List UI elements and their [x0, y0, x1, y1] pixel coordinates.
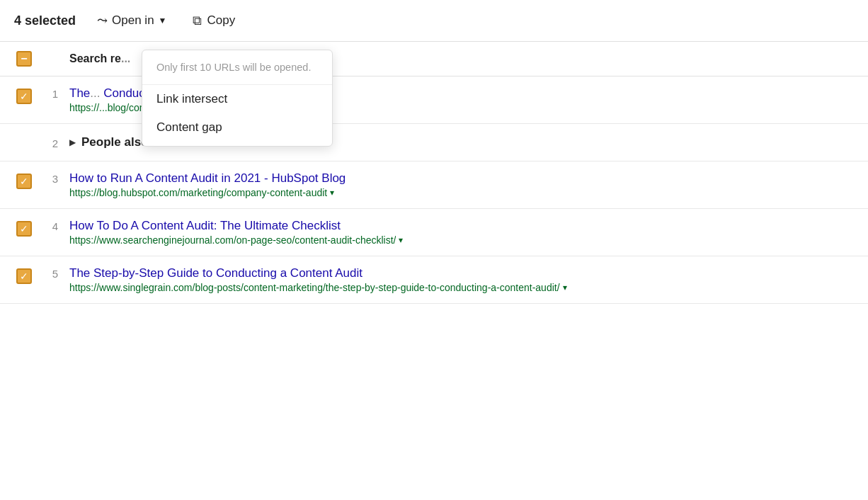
checkmark-icon: ✓ [16, 268, 32, 284]
row-number-2: 2 [41, 136, 69, 149]
content-gap-item[interactable]: Content gap [142, 113, 332, 142]
url-chevron-icon[interactable]: ▾ [330, 188, 334, 198]
result-3-content: How to Run A Content Audit in 2021 - Hub… [69, 171, 854, 198]
table-row: ✓ 4 How To Do A Content Audit: The Ultim… [0, 209, 868, 256]
header-label: Search re... [69, 52, 130, 65]
open-in-button[interactable]: ⤳ Open in ▼ [93, 10, 171, 31]
result-4-title[interactable]: How To Do A Content Audit: The Ultimate … [69, 219, 854, 233]
row-number-3: 3 [41, 171, 69, 185]
url-chevron-icon[interactable]: ▾ [563, 283, 567, 292]
header-checkbox[interactable]: − [14, 49, 34, 69]
minus-icon: − [16, 51, 32, 67]
result-5-content: The Step-by-Step Guide to Conducting a C… [69, 266, 854, 293]
copy-icon: ⧉ [193, 13, 202, 28]
row-number-5: 5 [41, 266, 69, 280]
result-3-title[interactable]: How to Run A Content Audit in 2021 - Hub… [69, 171, 854, 186]
result-5-url: https://www.singlegrain.com/blog-posts/c… [69, 282, 560, 293]
toolbar: 4 selected ⤳ Open in ▼ ⧉ Copy Only first… [0, 0, 868, 42]
result-4-content: How To Do A Content Audit: The Ultimate … [69, 219, 854, 246]
table-header-row: − Search re... [0, 42, 868, 76]
row-number-4: 4 [41, 219, 69, 232]
table-row: ✓ 1 The... Conducting a Content Audit in… [0, 76, 868, 124]
row-3-checkbox[interactable]: ✓ [14, 171, 34, 191]
checkmark-icon: ✓ [16, 89, 32, 104]
copy-button[interactable]: ⧉ Copy [188, 11, 240, 31]
result-3-url-row: https://blog.hubspot.com/marketing/compa… [69, 187, 854, 198]
link-intersect-item[interactable]: Link intersect [142, 85, 332, 113]
selected-count: 4 selected [14, 13, 76, 28]
url-chevron-icon[interactable]: ▾ [399, 235, 403, 245]
people-also-ask-row: 2 ▶ People also ask [0, 124, 868, 161]
row-5-checkbox[interactable]: ✓ [14, 266, 34, 286]
result-5-url-row: https://www.singlegrain.com/blog-posts/c… [69, 282, 854, 293]
result-5-title[interactable]: The Step-by-Step Guide to Conducting a C… [69, 266, 854, 280]
checkmark-icon: ✓ [16, 174, 32, 189]
copy-label: Copy [207, 13, 236, 28]
expand-icon[interactable]: ▶ [69, 137, 76, 147]
open-in-dropdown: Only first 10 URLs will be opened. Link … [142, 50, 333, 147]
result-3-url: https://blog.hubspot.com/marketing/compa… [69, 187, 327, 198]
chevron-down-icon: ▼ [159, 16, 167, 25]
row-4-checkbox[interactable]: ✓ [14, 219, 34, 239]
row-1-checkbox[interactable]: ✓ [14, 86, 34, 106]
open-in-label: Open in [112, 13, 154, 28]
dropdown-note: Only first 10 URLs will be opened. [142, 57, 332, 85]
checkmark-icon: ✓ [16, 221, 32, 237]
table-row: ✓ 5 The Step-by-Step Guide to Conducting… [0, 256, 868, 304]
table-row: ✓ 3 How to Run A Content Audit in 2021 -… [0, 161, 868, 209]
open-in-icon: ⤳ [97, 13, 108, 28]
row-number-1: 1 [41, 86, 69, 100]
result-4-url-row: https://www.searchenginejournal.com/on-p… [69, 234, 854, 246]
results-table: − Search re... ✓ 1 The... Conducting a C… [0, 42, 868, 304]
result-4-url: https://www.searchenginejournal.com/on-p… [69, 234, 396, 246]
